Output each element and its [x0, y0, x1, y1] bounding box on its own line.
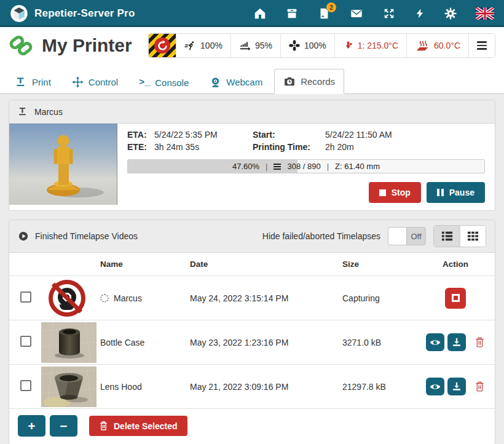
- fan-value: 100%: [304, 41, 326, 50]
- hide-failed-toggle[interactable]: Off: [388, 227, 426, 245]
- timelapse-table: Name Date Size Action Marcus: [9, 253, 495, 409]
- video-name: Lens Hood: [100, 382, 142, 392]
- table-header-row: Name Date Size Action: [9, 253, 495, 276]
- toggle-state: Off: [407, 232, 425, 241]
- job-card-header: Marcus: [9, 100, 495, 124]
- select-all-button[interactable]: +: [18, 415, 45, 437]
- connect-bolt-icon[interactable]: [414, 7, 425, 20]
- download-video-button[interactable]: [447, 333, 466, 351]
- settings-gear-icon[interactable]: [444, 7, 457, 20]
- view-video-button[interactable]: [426, 378, 444, 395]
- tab-control[interactable]: Control: [63, 69, 127, 94]
- tab-records[interactable]: Records: [274, 69, 344, 94]
- trash-icon: [99, 421, 108, 431]
- timelapse-footer: + − Delete Selected: [9, 409, 495, 444]
- eye-icon: [430, 383, 441, 391]
- tab-records-label: Records: [301, 76, 335, 87]
- tab-print-label: Print: [32, 77, 51, 87]
- delete-video-button[interactable]: [474, 336, 485, 348]
- records-tab-icon: [283, 76, 296, 87]
- download-icon: [452, 382, 462, 391]
- video-size: Capturing: [342, 293, 426, 303]
- view-switcher: [433, 225, 486, 247]
- ete-label: ETE:: [127, 142, 154, 152]
- video-size: 21297.8 kB: [342, 382, 426, 392]
- job-name: Marcus: [34, 107, 63, 117]
- download-video-button[interactable]: [447, 378, 466, 395]
- play-circle-icon: [18, 231, 29, 242]
- webcam-tab-icon: [210, 76, 221, 88]
- view-video-button[interactable]: [426, 333, 444, 351]
- flow-value: 95%: [255, 41, 272, 50]
- job-preview-image: [9, 124, 117, 205]
- tab-control-label: Control: [89, 77, 118, 87]
- print-progress-bar: 47.60% | 308 / 890 | Z: 61.40 mm: [127, 159, 485, 173]
- print-queue-icon[interactable]: 2: [317, 7, 331, 20]
- download-icon: [452, 338, 462, 347]
- toggle-handle: [388, 228, 407, 245]
- hide-failed-label: Hide failed/aborted Timelapses: [262, 231, 380, 241]
- row-checkbox[interactable]: [20, 380, 31, 391]
- progress-layers: 308 / 890: [287, 162, 320, 171]
- stop-button[interactable]: Stop: [369, 182, 421, 203]
- grid-view-button[interactable]: [460, 226, 486, 247]
- printer-tabs: Print Control >_ Console We: [0, 63, 504, 94]
- heated-bed-icon: [415, 40, 430, 52]
- plus-icon: +: [28, 419, 35, 432]
- job-info: ETA: 5/24/22 5:35 PM Start: 5/24/22 11:5…: [127, 130, 485, 152]
- extruder-temp-value: 1: 215.0°C: [358, 41, 398, 50]
- progress-percent: 47.60%: [232, 162, 259, 171]
- navbar-icons: 2: [253, 7, 494, 20]
- progress-text: 47.60% | 308 / 890 | Z: 61.40 mm: [128, 160, 484, 173]
- app-title: Repetier-Server Pro: [34, 7, 135, 20]
- speed-chip[interactable]: 100%: [176, 34, 230, 57]
- tab-console[interactable]: >_ Console: [130, 71, 198, 94]
- extruder-temp-chip[interactable]: 1: 215.0°C: [334, 34, 406, 57]
- flow-chip[interactable]: 95%: [230, 34, 280, 57]
- home-icon[interactable]: [253, 7, 267, 20]
- row-checkbox[interactable]: [20, 291, 31, 303]
- tab-webcam[interactable]: Webcam: [200, 69, 272, 94]
- language-flag-icon[interactable]: [476, 7, 494, 20]
- storage-box-icon[interactable]: [285, 7, 299, 20]
- fan-chip[interactable]: 100%: [280, 34, 334, 57]
- bed-temp-chip[interactable]: 60.0°C: [406, 34, 468, 57]
- page: Repetier-Server Pro 2: [0, 0, 504, 444]
- col-date: Date: [190, 260, 342, 269]
- emergency-stop-button[interactable]: [149, 34, 176, 57]
- printer-link-icon: [9, 33, 33, 58]
- hamburger-icon: [477, 41, 487, 50]
- tab-print[interactable]: Print: [6, 69, 60, 94]
- timelapse-header: Finished Timelapse Videos Hide failed/ab…: [9, 220, 495, 253]
- fullscreen-icon[interactable]: [382, 7, 396, 20]
- printer-header: My Printer 100%: [0, 27, 504, 63]
- list-view-button[interactable]: [434, 226, 460, 247]
- start-label: Start:: [253, 130, 325, 140]
- timelapse-card: Finished Timelapse Videos Hide failed/ab…: [9, 220, 495, 444]
- repetier-logo-icon: [10, 4, 28, 23]
- tab-webcam-label: Webcam: [226, 77, 262, 87]
- eta-value: 5/24/22 5:35 PM: [154, 130, 253, 140]
- video-name: Bottle Case: [100, 338, 144, 347]
- speed-runner-icon: [184, 41, 196, 51]
- delete-selected-button[interactable]: Delete Selected: [89, 416, 187, 436]
- stop-capture-button[interactable]: [445, 288, 466, 309]
- table-row: Lens Hood May 21, 2022 3:09:16 PM 21297.…: [9, 365, 495, 409]
- extruder-icon: [343, 40, 353, 51]
- app-brand[interactable]: Repetier-Server Pro: [10, 4, 135, 23]
- col-action: Action: [426, 260, 485, 269]
- trash-icon: [474, 381, 485, 392]
- messages-icon[interactable]: [349, 7, 364, 20]
- progress-z: Z: 61.40 mm: [335, 162, 380, 171]
- video-thumbnail: [41, 322, 100, 363]
- delete-video-button[interactable]: [474, 381, 485, 392]
- pause-button[interactable]: Pause: [427, 182, 485, 203]
- col-name: Name: [100, 260, 190, 269]
- bed-temp-value: 60.0°C: [434, 41, 460, 50]
- page-title: My Printer: [42, 35, 132, 56]
- layers-icon: [274, 164, 281, 170]
- row-checkbox[interactable]: [20, 336, 31, 347]
- printer-small-icon: [18, 106, 28, 117]
- deselect-all-button[interactable]: −: [50, 415, 77, 437]
- printer-menu-button[interactable]: [468, 34, 495, 57]
